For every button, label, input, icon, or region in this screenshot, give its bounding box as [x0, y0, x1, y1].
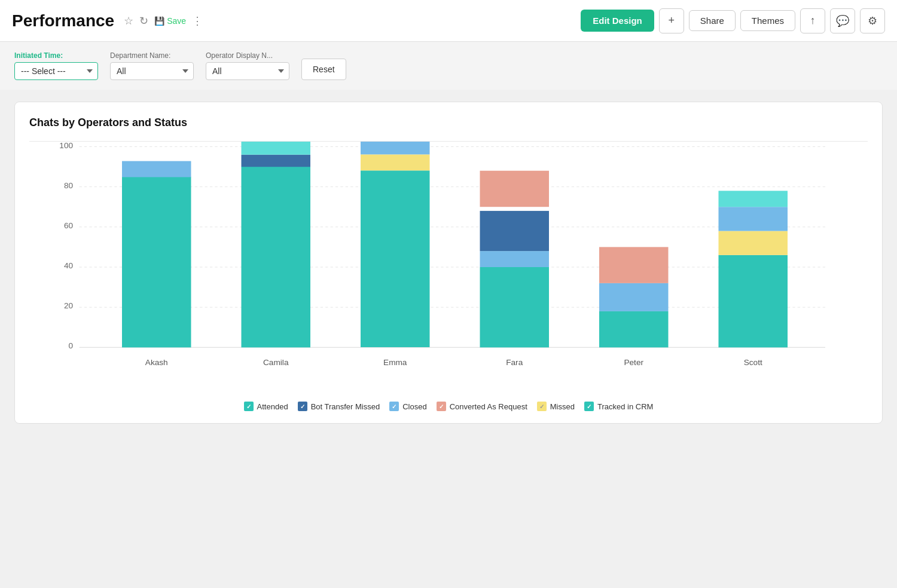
- legend-tracked-box: ✓: [584, 402, 594, 411]
- legend-closed: ✓ Closed: [389, 402, 426, 411]
- scott-tracked-bar: [719, 191, 788, 207]
- header-right-actions: Edit Design + Share Themes ↑ 💬 ⚙: [581, 8, 885, 33]
- comment-icon: 💬: [836, 14, 849, 27]
- peter-attended-bar: [599, 311, 669, 347]
- legend-closed-box: ✓: [389, 402, 399, 411]
- fara-attended-bar: [480, 267, 550, 347]
- settings-button[interactable]: ⚙: [860, 8, 885, 33]
- scott-label: Scott: [744, 358, 762, 367]
- camila-tracked-bar: [242, 142, 311, 155]
- initiated-time-label: Initiated Time:: [14, 51, 98, 60]
- bar-chart: 0 20 40 60 80 100: [29, 142, 868, 380]
- themes-button[interactable]: Themes: [740, 10, 795, 31]
- chart-title: Chats by Operators and Status: [29, 117, 868, 129]
- legend-attended-label: Attended: [257, 402, 288, 411]
- legend-bot-label: Bot Transfer Missed: [311, 402, 380, 411]
- gear-icon: ⚙: [868, 14, 877, 27]
- export-button[interactable]: ↑: [800, 8, 825, 33]
- scott-closed-bar: [719, 207, 788, 231]
- initiated-time-select[interactable]: --- Select ---: [14, 62, 98, 80]
- operator-display-filter: Operator Display N... All: [206, 51, 289, 80]
- main-content: Chats by Operators and Status 0 20 40 60…: [0, 90, 897, 436]
- legend-converted-label: Converted As Request: [450, 402, 527, 411]
- filters-bar: Initiated Time: --- Select --- Departmen…: [0, 42, 897, 90]
- y-label-0: 0: [69, 342, 74, 351]
- department-name-label: Department Name:: [110, 51, 194, 60]
- legend-missed-label: Missed: [550, 402, 575, 411]
- akash-closed-bar: [122, 161, 191, 177]
- legend-tracked: ✓ Tracked in CRM: [584, 402, 653, 411]
- operator-display-select[interactable]: All: [206, 62, 289, 80]
- camila-label: Camila: [263, 358, 289, 367]
- y-label-100: 100: [59, 142, 73, 150]
- save-icon: 💾: [154, 16, 164, 26]
- emma-attended-bar: [361, 170, 430, 347]
- fara-converted-bar: [480, 171, 550, 207]
- scott-attended-bar: [719, 255, 788, 348]
- emma-missed-bar: [361, 154, 430, 170]
- share-button[interactable]: Share: [689, 10, 736, 31]
- legend-converted: ✓ Converted As Request: [437, 402, 527, 411]
- initiated-time-filter: Initiated Time: --- Select ---: [14, 51, 98, 80]
- comment-button[interactable]: 💬: [830, 8, 855, 33]
- akash-label: Akash: [145, 358, 168, 367]
- reset-button[interactable]: Reset: [301, 59, 346, 80]
- header-actions: ☆ ↻ 💾 Save ⋮: [124, 14, 203, 27]
- fara-bot-bar: [480, 211, 550, 251]
- add-button[interactable]: +: [659, 8, 684, 33]
- legend-attended-box: ✓: [244, 402, 254, 411]
- legend-closed-label: Closed: [402, 402, 426, 411]
- page-title: Performance: [12, 11, 114, 30]
- y-label-40: 40: [64, 261, 74, 270]
- header: Performance ☆ ↻ 💾 Save ⋮ Edit Design + S…: [0, 0, 897, 42]
- camila-bot-bar: [242, 155, 311, 167]
- legend-bot-transfer: ✓ Bot Transfer Missed: [298, 402, 380, 411]
- operator-display-label: Operator Display N...: [206, 51, 289, 60]
- akash-attended-bar: [122, 177, 191, 348]
- edit-design-button[interactable]: Edit Design: [581, 10, 654, 32]
- plus-icon: +: [669, 14, 675, 27]
- department-name-filter: Department Name: All: [110, 51, 194, 80]
- fara-label: Fara: [506, 358, 523, 367]
- save-button[interactable]: 💾 Save: [154, 16, 186, 26]
- legend-attended: ✓ Attended: [244, 402, 288, 411]
- camila-attended-bar: [242, 167, 311, 347]
- peter-converted-bar: [599, 247, 669, 283]
- department-name-select[interactable]: All: [110, 62, 194, 80]
- y-label-20: 20: [64, 301, 74, 310]
- chart-container: 0 20 40 60 80 100: [29, 141, 868, 380]
- legend-tracked-label: Tracked in CRM: [597, 402, 653, 411]
- emma-label: Emma: [383, 358, 407, 367]
- legend-bot-box: ✓: [298, 402, 307, 411]
- y-label-80: 80: [64, 181, 74, 190]
- legend-missed-box: ✓: [537, 402, 547, 411]
- refresh-icon[interactable]: ↻: [139, 14, 148, 27]
- more-icon[interactable]: ⋮: [192, 14, 203, 27]
- chart-legend: ✓ Attended ✓ Bot Transfer Missed ✓ Close…: [29, 394, 868, 411]
- y-label-60: 60: [64, 221, 74, 230]
- star-icon[interactable]: ☆: [124, 14, 133, 27]
- legend-missed: ✓ Missed: [537, 402, 575, 411]
- emma-tracked-bar: [361, 142, 430, 154]
- scott-missed-bar: [719, 231, 788, 255]
- peter-closed-bar: [599, 283, 669, 311]
- chart-card: Chats by Operators and Status 0 20 40 60…: [14, 102, 883, 424]
- export-icon: ↑: [810, 14, 816, 27]
- legend-converted-box: ✓: [437, 402, 446, 411]
- fara-closed-bar: [480, 251, 550, 267]
- peter-label: Peter: [624, 358, 643, 367]
